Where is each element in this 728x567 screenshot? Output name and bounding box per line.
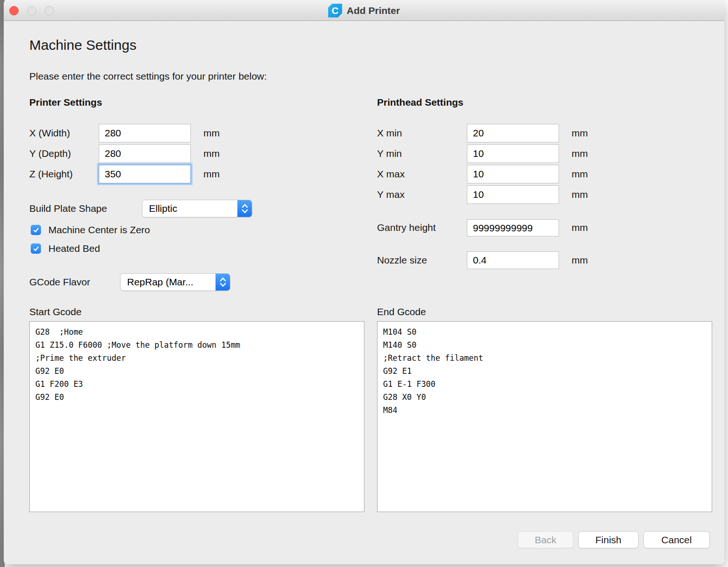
cura-app-icon: C	[328, 4, 342, 18]
y-depth-label: Y (Depth)	[29, 144, 71, 163]
heated-bed-checkbox[interactable]: Heated Bed	[31, 243, 100, 254]
finish-button[interactable]: Finish	[578, 531, 639, 548]
x-max-input[interactable]	[467, 165, 559, 183]
y-depth-unit: mm	[203, 144, 220, 163]
back-button: Back	[518, 531, 573, 548]
gcode-flavor-label: GCode Flavor	[29, 273, 90, 291]
printhead-settings-title: Printhead Settings	[377, 97, 464, 108]
machine-center-zero-label: Machine Center is Zero	[48, 224, 150, 236]
x-max-unit: mm	[572, 165, 588, 183]
page-subtitle: Please enter the correct settings for yo…	[29, 71, 267, 82]
x-max-label: X max	[377, 165, 405, 183]
z-height-label: Z (Height)	[29, 165, 73, 183]
dropdown-stepper-icon	[216, 274, 230, 290]
build-plate-shape-value: Elliptic	[142, 203, 237, 214]
start-gcode-textarea[interactable]: G28 ;Home G1 Z15.0 F6000 ;Move the platf…	[29, 321, 364, 512]
y-max-unit: mm	[572, 185, 588, 204]
nozzle-size-unit: mm	[572, 251, 588, 269]
add-printer-dialog: C Add Printer Machine Settings Please en…	[4, 0, 724, 564]
gantry-height-input[interactable]	[467, 219, 559, 236]
y-min-input[interactable]	[467, 144, 559, 163]
nozzle-size-label: Nozzle size	[377, 251, 427, 269]
end-gcode-label: End Gcode	[377, 306, 426, 317]
y-depth-input[interactable]	[99, 144, 191, 163]
x-width-unit: mm	[203, 124, 220, 142]
build-plate-shape-label: Build Plate Shape	[29, 200, 107, 217]
gantry-height-unit: mm	[572, 219, 588, 236]
nozzle-size-input[interactable]	[467, 251, 559, 269]
y-max-input[interactable]	[467, 185, 559, 204]
checkbox-checked-icon	[31, 243, 41, 254]
build-plate-shape-select[interactable]: Elliptic	[142, 200, 252, 217]
page-title: Machine Settings	[29, 37, 136, 53]
gcode-flavor-value: RepRap (Mar...	[121, 277, 216, 288]
titlebar[interactable]: C Add Printer	[4, 0, 724, 21]
window-title: Add Printer	[347, 5, 400, 16]
title-wrap: C Add Printer	[4, 0, 724, 21]
cancel-button[interactable]: Cancel	[643, 531, 710, 548]
machine-center-zero-checkbox[interactable]: Machine Center is Zero	[31, 224, 150, 236]
x-width-input[interactable]	[99, 124, 191, 142]
printer-settings-title: Printer Settings	[29, 97, 102, 108]
checkbox-checked-icon	[31, 225, 41, 235]
x-min-label: X min	[377, 124, 402, 142]
heated-bed-label: Heated Bed	[48, 243, 100, 254]
x-width-label: X (Width)	[29, 124, 70, 142]
gcode-flavor-select[interactable]: RepRap (Mar...	[120, 273, 230, 291]
gantry-height-label: Gantry height	[377, 219, 436, 236]
z-height-input[interactable]	[99, 165, 191, 183]
x-min-unit: mm	[572, 124, 588, 142]
z-height-unit: mm	[203, 165, 220, 183]
x-min-input[interactable]	[467, 124, 559, 142]
y-max-label: Y max	[377, 185, 404, 204]
end-gcode-textarea[interactable]: M104 S0 M140 S0 ;Retract the filament G9…	[377, 321, 712, 512]
y-min-label: Y min	[377, 144, 402, 163]
y-min-unit: mm	[572, 144, 588, 163]
dropdown-stepper-icon	[237, 200, 252, 217]
start-gcode-label: Start Gcode	[29, 306, 81, 317]
